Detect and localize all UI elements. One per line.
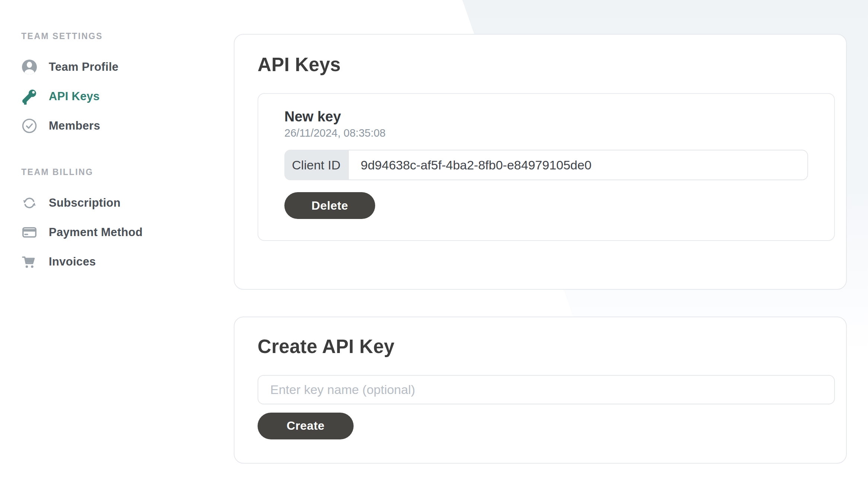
key-name: New key (284, 109, 808, 125)
create-api-key-title: Create API Key (258, 317, 835, 358)
delete-key-button[interactable]: Delete (284, 192, 375, 219)
team-billing-nav: Subscription Payment Method (21, 194, 181, 271)
create-key-button[interactable]: Create (258, 413, 354, 439)
section-label-team-billing: TEAM BILLING (21, 167, 181, 177)
refresh-icon (21, 195, 38, 211)
main-content: API Keys New key 26/11/2024, 08:35:08 Cl… (234, 34, 847, 464)
sidebar-item-label: Members (49, 119, 100, 133)
api-keys-title: API Keys (258, 35, 835, 76)
sidebar-item-label: Team Profile (49, 60, 118, 74)
sidebar-item-team-profile[interactable]: Team Profile (21, 58, 181, 76)
client-id-row: Client ID (284, 150, 808, 180)
client-id-input[interactable] (348, 150, 808, 180)
sidebar-item-payment-method[interactable]: Payment Method (21, 223, 181, 241)
credit-card-icon (21, 224, 38, 241)
api-keys-card: API Keys New key 26/11/2024, 08:35:08 Cl… (234, 34, 847, 290)
settings-sidebar: TEAM SETTINGS Team Profile (21, 31, 181, 271)
sidebar-item-subscription[interactable]: Subscription (21, 194, 181, 212)
team-billing-section: TEAM BILLING Subscription (21, 167, 181, 271)
sidebar-item-label: Invoices (49, 255, 96, 268)
sidebar-item-invoices[interactable]: Invoices (21, 253, 181, 271)
team-settings-nav: Team Profile API Keys (21, 58, 181, 135)
client-id-label: Client ID (284, 150, 348, 180)
create-api-key-card: Create API Key Create (234, 317, 847, 464)
sidebar-item-label: Payment Method (49, 226, 143, 239)
user-circle-icon (21, 59, 38, 75)
cart-icon (21, 254, 38, 270)
key-icon (21, 88, 38, 105)
key-created-date: 26/11/2024, 08:35:08 (284, 127, 808, 139)
sidebar-item-api-keys[interactable]: API Keys (21, 88, 181, 105)
api-key-item: New key 26/11/2024, 08:35:08 Client ID D… (258, 93, 835, 241)
section-label-team-settings: TEAM SETTINGS (21, 31, 181, 41)
sidebar-item-members[interactable]: Members (21, 117, 181, 135)
sidebar-item-label: API Keys (49, 90, 100, 103)
sidebar-item-label: Subscription (49, 196, 121, 210)
check-circle-icon (21, 118, 38, 134)
team-settings-section: TEAM SETTINGS Team Profile (21, 31, 181, 135)
key-name-input[interactable] (258, 375, 835, 404)
